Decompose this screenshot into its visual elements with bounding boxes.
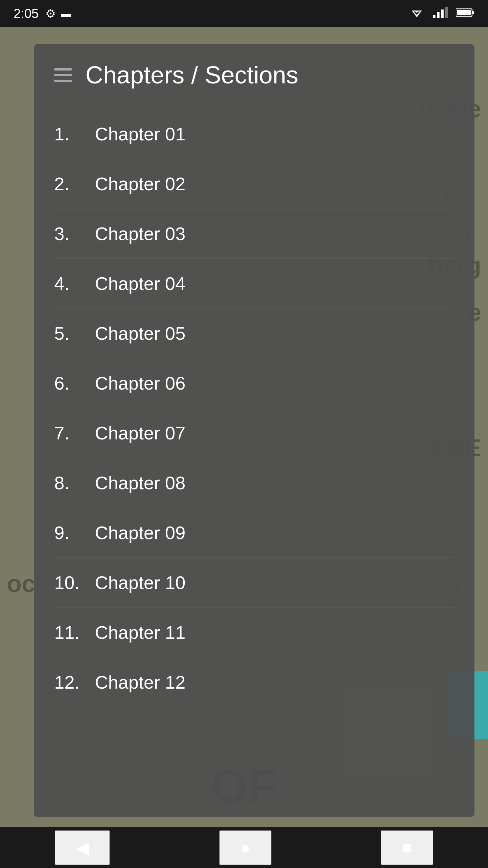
svg-rect-9 bbox=[457, 10, 471, 15]
chapter-list: 1.Chapter 012.Chapter 023.Chapter 034.Ch… bbox=[54, 109, 454, 707]
chapter-item[interactable]: 12.Chapter 12 bbox=[54, 657, 454, 707]
chapter-number: 5. bbox=[54, 323, 95, 344]
panel-header: Chapters / Sections bbox=[54, 61, 454, 89]
chapter-name: Chapter 11 bbox=[95, 622, 185, 643]
signal-icon bbox=[432, 5, 449, 22]
chapter-item[interactable]: 6.Chapter 06 bbox=[54, 358, 454, 408]
status-time: 2:05 bbox=[14, 6, 39, 21]
chapter-name: Chapter 02 bbox=[95, 173, 185, 194]
nav-bar: ◀ ● ■ bbox=[0, 827, 488, 868]
chapter-name: Chapter 04 bbox=[95, 273, 185, 294]
status-icons-left: ⚙ ▬ bbox=[45, 7, 71, 20]
chapter-number: 7. bbox=[54, 422, 95, 443]
svg-rect-4 bbox=[437, 12, 440, 18]
chapter-name: Chapter 07 bbox=[95, 422, 185, 443]
chapter-item[interactable]: 1.Chapter 01 bbox=[54, 109, 454, 159]
status-bar-left: 2:05 ⚙ ▬ bbox=[14, 6, 71, 21]
home-button[interactable]: ● bbox=[219, 830, 271, 865]
svg-rect-5 bbox=[441, 9, 444, 18]
chapter-name: Chapter 12 bbox=[95, 672, 185, 693]
svg-rect-8 bbox=[472, 11, 474, 14]
chapter-item[interactable]: 2.Chapter 02 bbox=[54, 159, 454, 209]
chapter-item[interactable]: 10.Chapter 10 bbox=[54, 558, 454, 608]
chapters-panel: Chapters / Sections 1.Chapter 012.Chapte… bbox=[34, 44, 474, 817]
chapter-number: 1. bbox=[54, 123, 95, 144]
status-bar-right bbox=[408, 5, 474, 22]
svg-rect-3 bbox=[433, 15, 435, 18]
chapter-item[interactable]: 5.Chapter 05 bbox=[54, 309, 454, 358]
chapter-number: 6. bbox=[54, 373, 95, 394]
chapter-name: Chapter 01 bbox=[95, 123, 185, 144]
chapter-name: Chapter 08 bbox=[95, 472, 185, 493]
chapter-number: 10. bbox=[54, 572, 95, 593]
chapter-name: Chapter 10 bbox=[95, 572, 185, 593]
chapter-item[interactable]: 8.Chapter 08 bbox=[54, 458, 454, 508]
chapter-number: 9. bbox=[54, 522, 95, 543]
chapter-item[interactable]: 3.Chapter 03 bbox=[54, 209, 454, 259]
svg-rect-6 bbox=[445, 7, 448, 18]
chapter-item[interactable]: 4.Chapter 04 bbox=[54, 259, 454, 309]
chapter-number: 12. bbox=[54, 672, 95, 693]
back-button[interactable]: ◀ bbox=[55, 830, 110, 865]
chapter-number: 3. bbox=[54, 223, 95, 244]
panel-title: Chapters / Sections bbox=[85, 61, 298, 89]
status-bar: 2:05 ⚙ ▬ bbox=[0, 0, 488, 27]
bg-text-5: oc bbox=[7, 570, 35, 597]
recent-button[interactable]: ■ bbox=[381, 830, 433, 865]
wifi-icon bbox=[408, 5, 425, 22]
chapter-number: 8. bbox=[54, 472, 95, 493]
battery-icon bbox=[456, 7, 474, 20]
menu-icon bbox=[54, 68, 72, 82]
settings-icon: ⚙ bbox=[45, 7, 56, 20]
chapter-name: Chapter 09 bbox=[95, 522, 185, 543]
chapter-item[interactable]: 11.Chapter 11 bbox=[54, 608, 454, 657]
chapter-number: 11. bbox=[54, 622, 95, 643]
chapter-item[interactable]: 9.Chapter 09 bbox=[54, 508, 454, 558]
chapter-name: Chapter 05 bbox=[95, 323, 185, 344]
chapter-item[interactable]: 7.Chapter 07 bbox=[54, 408, 454, 458]
chapter-name: Chapter 06 bbox=[95, 373, 185, 394]
clipboard-icon: ▬ bbox=[61, 8, 71, 19]
chapter-number: 2. bbox=[54, 173, 95, 194]
chapter-name: Chapter 03 bbox=[95, 223, 185, 244]
chapter-number: 4. bbox=[54, 273, 95, 294]
